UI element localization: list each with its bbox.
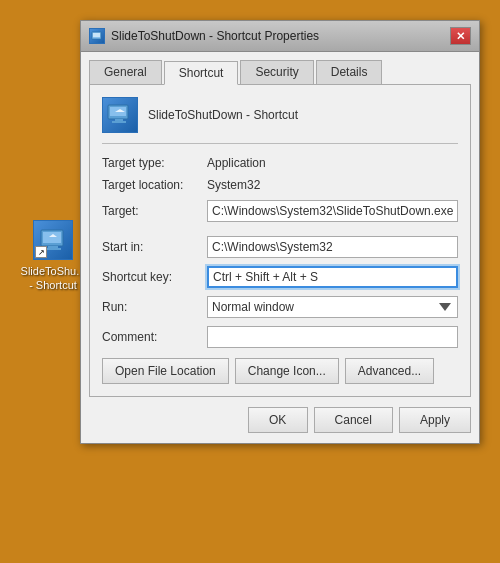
app-header-title: SlideToShutDown - Shortcut [148,108,298,122]
start-in-row: Start in: [102,236,458,258]
run-label: Run: [102,300,207,314]
tabs: General Shortcut Security Details [89,60,471,84]
start-in-label: Start in: [102,240,207,254]
target-type-label: Target type: [102,156,207,170]
open-file-location-button[interactable]: Open File Location [102,358,229,384]
ok-button[interactable]: OK [248,407,308,433]
svg-rect-2 [48,246,58,248]
svg-rect-5 [93,33,100,37]
target-type-value: Application [207,156,266,170]
comment-input[interactable] [207,326,458,348]
desktop-icon-label: SlideToShu... - Shortcut [21,264,86,293]
svg-rect-8 [115,119,123,121]
svg-rect-9 [112,121,126,123]
app-header: SlideToShutDown - Shortcut [102,97,458,144]
target-location-value: System32 [207,178,260,192]
target-location-label: Target location: [102,178,207,192]
svg-rect-3 [45,248,61,250]
change-icon-button[interactable]: Change Icon... [235,358,339,384]
title-bar-buttons: ✕ [450,27,471,45]
apply-button[interactable]: Apply [399,407,471,433]
tab-content: SlideToShutDown - Shortcut Target type: … [89,84,471,397]
run-select[interactable]: Normal window Minimized Maximized [207,296,458,318]
shortcut-key-row: Shortcut key: [102,266,458,288]
desktop-icon[interactable]: ↗ SlideToShu... - Shortcut [18,220,88,293]
window-title: SlideToShutDown - Shortcut Properties [111,29,319,43]
target-row: Target: [102,200,458,222]
advanced-button[interactable]: Advanced... [345,358,434,384]
tab-shortcut[interactable]: Shortcut [164,61,239,85]
window-icon [89,28,105,44]
cancel-button[interactable]: Cancel [314,407,393,433]
tab-general[interactable]: General [89,60,162,84]
tabs-container: General Shortcut Security Details [81,52,479,84]
shortcut-arrow-icon: ↗ [35,246,47,258]
footer-buttons: OK Cancel Apply [81,397,479,443]
target-input[interactable] [207,200,458,222]
comment-label: Comment: [102,330,207,344]
close-button[interactable]: ✕ [450,27,471,45]
start-in-input[interactable] [207,236,458,258]
title-bar: SlideToShutDown - Shortcut Properties ✕ [81,21,479,52]
run-row: Run: Normal window Minimized Maximized [102,296,458,318]
tab-details[interactable]: Details [316,60,383,84]
target-type-row: Target type: Application [102,156,458,170]
app-icon-large [102,97,138,133]
shortcut-key-input[interactable] [207,266,458,288]
properties-window: SlideToShutDown - Shortcut Properties ✕ … [80,20,480,444]
comment-row: Comment: [102,326,458,348]
target-location-row: Target location: System32 [102,178,458,192]
target-label: Target: [102,204,207,218]
shortcut-key-label: Shortcut key: [102,270,207,284]
title-bar-left: SlideToShutDown - Shortcut Properties [89,28,319,44]
action-buttons: Open File Location Change Icon... Advanc… [102,358,458,384]
tab-security[interactable]: Security [240,60,313,84]
svg-rect-1 [43,232,61,243]
